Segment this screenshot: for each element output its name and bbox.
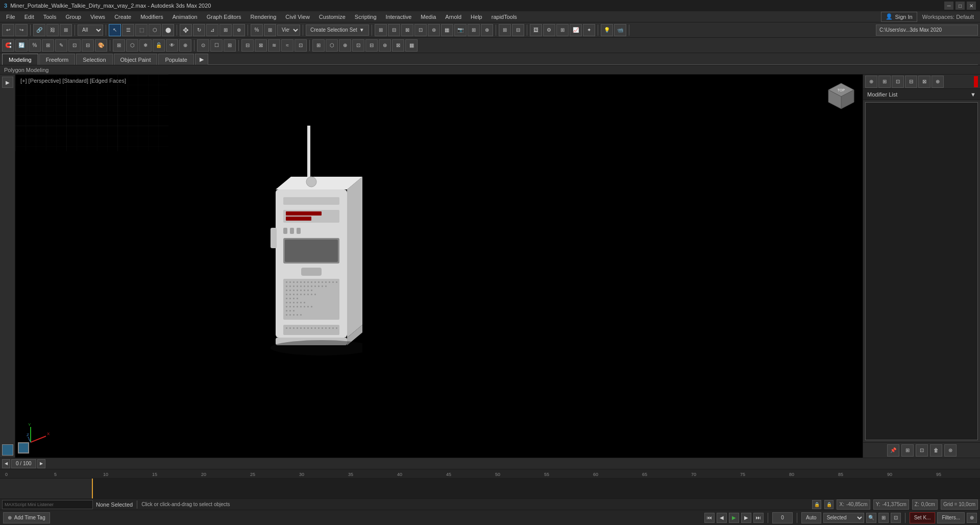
unhide-all[interactable]: ⊕ (179, 39, 191, 52)
filters-button[interactable]: Filters... (937, 512, 965, 523)
ref-coord-button[interactable]: % (251, 24, 263, 36)
t2-btn-3[interactable]: ⊕ (339, 39, 351, 52)
sign-in-button[interactable]: 👤 Sign In (881, 12, 917, 22)
menu-rapid-tools[interactable]: rapidTools (487, 12, 521, 22)
tab-selection[interactable]: Selection (76, 54, 112, 65)
menu-civil-view[interactable]: Civil View (281, 12, 313, 22)
t2-btn-6[interactable]: ⊛ (379, 39, 391, 52)
mirror-btn2[interactable]: ⊡ (68, 39, 81, 52)
timeline-next-btn[interactable]: ▶ (37, 459, 45, 468)
menu-tools[interactable]: Tools (39, 12, 61, 22)
clone-button[interactable]: ⊕ (481, 24, 493, 36)
nav-cube[interactable]: TOP (826, 81, 856, 111)
close-button[interactable]: ✕ (967, 2, 976, 10)
move-button[interactable]: ✥ (180, 24, 192, 36)
lock-y-btn[interactable]: 🔒 (824, 500, 834, 509)
curve-editor-button[interactable]: 📈 (570, 24, 582, 36)
title-bar-controls[interactable]: ─ □ ✕ (944, 2, 976, 10)
rp-footer-btn-5[interactable]: ⊛ (944, 444, 957, 457)
rp-footer-btn-4[interactable]: 🗑 (930, 444, 942, 457)
minimize-button[interactable]: ─ (944, 2, 953, 10)
add-key-button[interactable]: ⊕ (967, 513, 977, 523)
menu-arnold[interactable]: Arnold (441, 12, 465, 22)
select-lasso-button[interactable]: ⬡ (149, 24, 161, 36)
tab-modeling[interactable]: Modeling (2, 54, 38, 65)
search-filter-button[interactable]: 🔍 (866, 513, 876, 523)
mirror-button[interactable]: ⊞ (375, 24, 387, 36)
timeline-ruler[interactable]: 0510152025303540455055606570758085909510… (0, 469, 980, 479)
link-button[interactable]: 🔗 (33, 24, 45, 36)
tab-extra[interactable]: ▶ (195, 54, 208, 65)
frame-counter[interactable]: 0 (772, 512, 793, 523)
spinner-snap[interactable]: ⊞ (42, 39, 54, 52)
lock-x-btn[interactable]: 🔒 (812, 500, 821, 509)
align-options-button[interactable]: ⊠ (401, 24, 413, 36)
bind-button[interactable]: ⊞ (60, 24, 72, 36)
relax-btn[interactable]: ⊡ (295, 39, 307, 52)
pivot-button[interactable]: ⊞ (264, 24, 276, 36)
timeline-prev-btn[interactable]: ◀ (2, 459, 10, 468)
normal-align-button[interactable]: ⊡ (414, 24, 427, 36)
select-paint-button[interactable]: ⬤ (162, 24, 174, 36)
x-coord-field[interactable]: X: -40,85cm (837, 499, 870, 510)
select-region-button[interactable]: ⬚ (135, 24, 148, 36)
play-button[interactable]: ▶ (729, 513, 739, 523)
scale-alt-button[interactable]: ⊞ (219, 24, 232, 36)
t2-btn-2[interactable]: ⬡ (326, 39, 338, 52)
prev-frame-button[interactable]: ◀ (717, 513, 727, 523)
material-editor-button[interactable]: ⊞ (556, 24, 569, 36)
view-select[interactable]: View (277, 25, 300, 36)
rp-btn-5[interactable]: ⊠ (918, 76, 930, 88)
menu-views[interactable]: Views (86, 12, 109, 22)
menu-modifiers[interactable]: Modifiers (136, 12, 167, 22)
select-button[interactable]: ↖ (109, 24, 121, 36)
render-settings-button[interactable]: ⚙ (543, 24, 555, 36)
y-coord-field[interactable]: Y: -41,375cm (873, 499, 909, 510)
rp-footer-btn-2[interactable]: ⊞ (901, 444, 914, 457)
scale-button[interactable]: ⊿ (206, 24, 218, 36)
noise-btn[interactable]: ≈ (281, 39, 293, 52)
unfreeze-all[interactable]: 🔓 (153, 39, 165, 52)
rp-footer-btn-1[interactable]: 📌 (887, 444, 899, 457)
go-to-start-button[interactable]: ⏮ (704, 513, 715, 523)
snapshot-button[interactable]: 📷 (454, 24, 467, 36)
z-coord-field[interactable]: Z: 0,0cm (912, 499, 938, 510)
timeline-track[interactable] (92, 479, 980, 498)
align-button[interactable]: ⊟ (388, 24, 400, 36)
filter-select[interactable]: All (78, 25, 103, 36)
menu-animation[interactable]: Animation (168, 12, 202, 22)
t2-btn-4[interactable]: ⊡ (352, 39, 364, 52)
group-btn[interactable]: ⊞ (224, 39, 236, 52)
xform-btn[interactable]: ⊟ (241, 39, 254, 52)
obj-props[interactable]: ⊞ (113, 39, 125, 52)
color-swatch[interactable] (18, 442, 29, 454)
select-by-name-button[interactable]: ☰ (122, 24, 134, 36)
wireframe-btn[interactable]: ⬡ (126, 39, 138, 52)
percent-snap[interactable]: % (29, 39, 41, 52)
rp-btn-2[interactable]: ⊞ (878, 76, 891, 88)
create-selection-set-button[interactable]: Create Selection Set ▼ (306, 25, 369, 36)
freeze-sel[interactable]: ❄ (139, 39, 152, 52)
redo-button[interactable]: ↪ (15, 24, 28, 36)
snap-toggle[interactable]: 🧲 (2, 39, 14, 52)
auto-key-button[interactable]: Auto (801, 512, 821, 523)
maximize-button[interactable]: □ (955, 2, 965, 10)
keyframe-filter-button[interactable]: ⊞ (878, 513, 889, 523)
rp-btn-6[interactable]: ⊕ (932, 76, 944, 88)
displace-btn[interactable]: ≋ (268, 39, 280, 52)
play-btn-left[interactable]: ▶ (2, 77, 13, 88)
schematic-view[interactable]: ⊟ (82, 39, 94, 52)
next-frame-button[interactable]: ▶ (741, 513, 751, 523)
filter-keys-button[interactable]: ⊡ (891, 513, 901, 523)
menu-create[interactable]: Create (110, 12, 135, 22)
color-clipboard[interactable]: 🎨 (95, 39, 107, 52)
undo-button[interactable]: ↩ (2, 24, 14, 36)
t2-btn-1[interactable]: ⊞ (312, 39, 325, 52)
rp-btn-1[interactable]: ⊕ (865, 76, 877, 88)
menu-group[interactable]: Group (61, 12, 85, 22)
spacing-button[interactable]: ⊞ (468, 24, 480, 36)
menu-rendering[interactable]: Rendering (247, 12, 281, 22)
tab-object-paint[interactable]: Object Paint (114, 54, 158, 65)
rotate-button[interactable]: ↻ (193, 24, 205, 36)
array-button[interactable]: ▦ (441, 24, 453, 36)
